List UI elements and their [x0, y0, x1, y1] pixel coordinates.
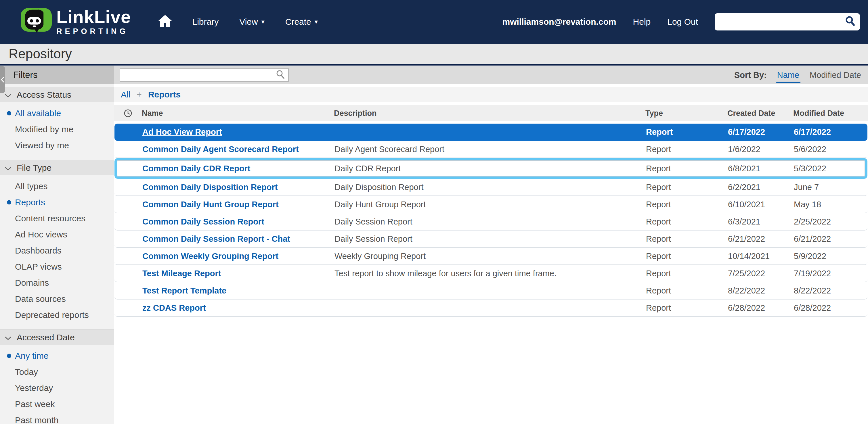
- sidebar-filter-item[interactable]: Reports: [0, 194, 114, 210]
- report-type: Report: [646, 200, 728, 209]
- breadcrumb: All + Reports: [114, 87, 868, 102]
- section-accessed-date[interactable]: Accessed Date: [0, 329, 114, 345]
- report-type: Report: [646, 217, 728, 227]
- breadcrumb-separator: +: [136, 90, 142, 99]
- search-icon[interactable]: [844, 15, 856, 29]
- sidebar-filter-item[interactable]: Content resources: [0, 210, 114, 227]
- search-icon[interactable]: [276, 70, 285, 80]
- report-name-link[interactable]: Ad Hoc View Report: [143, 127, 335, 137]
- sidebar-filter-item[interactable]: Today: [0, 364, 114, 380]
- report-name-link[interactable]: Common Daily Hunt Group Report: [143, 200, 335, 209]
- repository-search-input[interactable]: [124, 71, 276, 79]
- report-name-link[interactable]: Common Daily Disposition Report: [143, 183, 335, 192]
- sidebar-filter-item[interactable]: Modified by me: [0, 121, 114, 137]
- report-description: Daily Session Report: [335, 217, 646, 227]
- report-name-link[interactable]: Common Daily CDR Report: [143, 164, 335, 173]
- report-description: Daily Disposition Report: [335, 183, 646, 192]
- sidebar-filter-item[interactable]: All available: [0, 105, 114, 121]
- table-row[interactable]: Common Daily Disposition Report Daily Di…: [115, 179, 867, 196]
- breadcrumb-all[interactable]: All: [121, 90, 130, 99]
- sidebar-filter-item[interactable]: Data sources: [0, 291, 114, 307]
- breadcrumb-reports[interactable]: Reports: [148, 90, 181, 99]
- chevron-down-icon: [5, 333, 11, 342]
- sidebar-filter-item[interactable]: Yesterday: [0, 380, 114, 396]
- access-status-items: All available Modified by me Viewed by m…: [0, 102, 114, 157]
- report-name-link[interactable]: Test Mileage Report: [143, 269, 335, 278]
- table-row[interactable]: Test Report Template Report 8/22/2022 8/…: [115, 282, 867, 299]
- report-modified-date: 2/25/2022: [794, 217, 867, 227]
- logout-link[interactable]: Log Out: [667, 17, 698, 27]
- report-created-date: 6/3/2021: [728, 217, 794, 227]
- column-header-modified-date: Modified Date: [793, 109, 868, 118]
- repository-main: Sort By: Name Modified Date All + Report…: [114, 66, 868, 424]
- sort-option-name[interactable]: Name: [777, 70, 799, 80]
- column-header-name: Name: [142, 109, 334, 118]
- sort-by-label: Sort By:: [734, 70, 767, 80]
- sidebar-filter-item[interactable]: All types: [0, 178, 114, 194]
- brand-title: LinkLive: [56, 8, 131, 26]
- report-created-date: 10/14/2021: [728, 252, 794, 261]
- report-name-link[interactable]: zz CDAS Report: [143, 303, 335, 313]
- repository-toolbar: Sort By: Name Modified Date: [114, 66, 868, 84]
- report-description: Daily Hunt Group Report: [335, 200, 646, 209]
- report-modified-date: 8/22/2022: [794, 286, 867, 295]
- sidebar-filter-item[interactable]: Dashboards: [0, 242, 114, 259]
- report-name-link[interactable]: Common Daily Session Report: [143, 217, 335, 227]
- report-created-date: 6/28/2022: [728, 303, 794, 313]
- report-created-date: 6/17/2022: [728, 127, 794, 137]
- report-created-date: 8/22/2022: [728, 286, 794, 295]
- report-modified-date: 7/19/2022: [794, 269, 867, 278]
- sidebar-filter-item[interactable]: Deprecated reports: [0, 307, 114, 323]
- report-name-link[interactable]: Test Report Template: [143, 286, 335, 295]
- section-file-type[interactable]: File Type: [0, 160, 114, 175]
- accessed-date-items: Any time Today Yesterday Past week Past …: [0, 345, 114, 426]
- report-modified-date: 6/21/2022: [794, 234, 867, 244]
- table-row[interactable]: Ad Hoc View Report Report 6/17/2022 6/17…: [115, 124, 867, 141]
- sidebar-filter-item[interactable]: Past month: [0, 412, 114, 426]
- nav-view-menu[interactable]: View ▾: [239, 17, 265, 27]
- table-row[interactable]: Common Daily Session Report - Chat Daily…: [115, 231, 867, 248]
- table-header: Name Description Type Created Date Modif…: [114, 105, 868, 121]
- table-row[interactable]: Common Daily Session Report Daily Sessio…: [115, 213, 867, 231]
- sidebar-filter-item[interactable]: Viewed by me: [0, 137, 114, 154]
- sidebar-filter-item[interactable]: Domains: [0, 275, 114, 291]
- brand-logo[interactable]: LinkLive REPORTING: [21, 6, 131, 37]
- report-modified-date: May 18: [794, 200, 867, 209]
- table-row[interactable]: zz CDAS Report Report 6/28/2022 6/28/202…: [115, 299, 867, 317]
- table-row[interactable]: Common Daily Hunt Group Report Daily Hun…: [115, 196, 867, 213]
- report-modified-date: 6/17/2022: [794, 127, 867, 137]
- report-description: Daily Session Report: [335, 234, 646, 244]
- column-header-type: Type: [645, 109, 727, 118]
- table-row[interactable]: Common Daily CDR Report Daily CDR Report…: [115, 158, 867, 179]
- report-description: Test report to show mileage for users fo…: [335, 269, 646, 278]
- nav-library[interactable]: Library: [192, 17, 219, 27]
- report-name-link[interactable]: Common Daily Session Report - Chat: [143, 234, 335, 244]
- help-link[interactable]: Help: [633, 17, 651, 27]
- sort-control: Sort By: Name Modified Date: [734, 70, 861, 80]
- report-modified-date: June 7: [794, 183, 867, 192]
- report-description: Daily CDR Report: [335, 164, 646, 173]
- sidebar-filter-item[interactable]: Past week: [0, 396, 114, 412]
- table-row[interactable]: Test Mileage Report Test report to show …: [115, 265, 867, 282]
- report-name-link[interactable]: Common Weekly Grouping Report: [143, 252, 335, 261]
- filters-sidebar: Filters Access Status All available Modi…: [0, 66, 114, 424]
- sidebar-filter-item[interactable]: Any time: [0, 348, 114, 364]
- report-type: Report: [646, 183, 728, 192]
- report-type: Report: [646, 252, 728, 261]
- report-name-link[interactable]: Common Daily Agent Scorecard Report: [143, 144, 335, 154]
- sidebar-collapse-handle[interactable]: [0, 66, 5, 93]
- top-navbar: LinkLive REPORTING Library View ▾ Create…: [0, 0, 868, 44]
- global-search-input[interactable]: [719, 17, 844, 27]
- table-row[interactable]: Common Weekly Grouping Report Weekly Gro…: [115, 248, 867, 265]
- nav-create-menu[interactable]: Create ▾: [285, 17, 318, 27]
- user-email: mwilliamson@revation.com: [502, 17, 616, 27]
- home-button[interactable]: [158, 15, 172, 29]
- linklive-logo-icon: [21, 6, 52, 37]
- sidebar-filter-item[interactable]: OLAP views: [0, 259, 114, 275]
- sidebar-filter-item[interactable]: Ad Hoc views: [0, 227, 114, 242]
- report-modified-date: 5/9/2022: [794, 252, 867, 261]
- global-search-box: [715, 13, 860, 30]
- table-row[interactable]: Common Daily Agent Scorecard Report Dail…: [115, 141, 867, 158]
- section-access-status[interactable]: Access Status: [0, 87, 114, 102]
- sort-option-modified-date[interactable]: Modified Date: [810, 70, 861, 80]
